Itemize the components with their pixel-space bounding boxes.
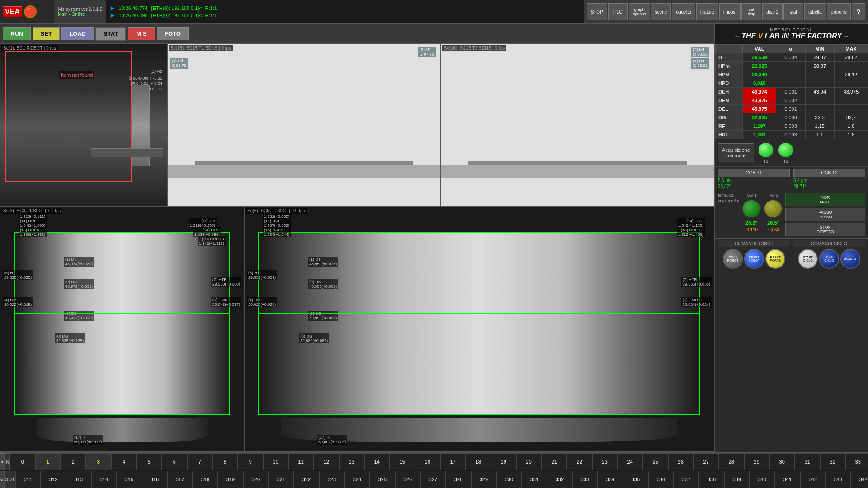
io-in-cell-25[interactable]: 25 [643, 453, 668, 470]
io-in-cell-18[interactable]: 18 [466, 453, 491, 470]
io-out-cell-5[interactable]: 316 [142, 471, 167, 488]
io-in-cell-31[interactable]: 31 [795, 453, 820, 470]
passo-passo-button[interactable]: PASSOPASSO [785, 208, 865, 221]
stop-button[interactable]: STOP [587, 3, 607, 20]
io-out-cell-19[interactable]: 330 [496, 471, 522, 488]
scene-button[interactable]: scene [651, 3, 671, 20]
io-out-cell-0[interactable]: 311 [15, 471, 41, 488]
io-in-cell-27[interactable]: 27 [693, 453, 719, 470]
tabella-button[interactable]: tabella [804, 3, 826, 20]
io-in-cell-7[interactable]: 7 [187, 453, 212, 470]
io-in-cell-1[interactable]: 1 [35, 453, 61, 470]
io-out-cell-18[interactable]: 329 [471, 471, 496, 488]
io-out-cell-32[interactable]: 343 [826, 471, 851, 488]
io-out-cell-24[interactable]: 335 [623, 471, 648, 488]
io-in-cell-23[interactable]: 23 [592, 453, 618, 470]
io-in-cell-30[interactable]: 30 [769, 453, 795, 470]
io-in-cell-14[interactable]: 14 [364, 453, 390, 470]
help-button[interactable]: ? [852, 3, 865, 20]
io-out-cell-11[interactable]: 322 [294, 471, 319, 488]
io-out-cell-23[interactable]: 334 [598, 471, 623, 488]
options-button[interactable]: options [827, 3, 851, 20]
io-out-cell-1[interactable]: 312 [41, 471, 66, 488]
stat-action-button[interactable]: STAT [95, 27, 126, 41]
set-button[interactable]: SET [33, 27, 60, 40]
load-button[interactable]: LOAD [61, 27, 94, 40]
io-out-cell-9[interactable]: 320 [243, 471, 269, 488]
io-out-cell-26[interactable]: 337 [674, 471, 699, 488]
io-out-cell-21[interactable]: 332 [547, 471, 572, 488]
avvia-robot-button[interactable]: AVVIAROBOT [723, 249, 743, 269]
avanza-button[interactable]: AVANZA [840, 249, 860, 269]
io-out-cell-28[interactable]: 339 [724, 471, 750, 488]
io-in-cell-11[interactable]: 11 [288, 453, 314, 470]
plc-button[interactable]: PLC [608, 3, 628, 20]
io-out-cell-10[interactable]: 321 [269, 471, 294, 488]
io-out-cell-27[interactable]: 338 [699, 471, 724, 488]
io-out-cell-29[interactable]: 340 [750, 471, 775, 488]
stop-difetto-button[interactable]: STOPDIFETTO [785, 223, 865, 236]
io-out-cell-12[interactable]: 323 [319, 471, 344, 488]
io-out-cell-7[interactable]: 318 [193, 471, 218, 488]
io-in-cell-15[interactable]: 15 [390, 453, 415, 470]
io-out-cell-16[interactable]: 327 [420, 471, 446, 488]
io-in-cell-9[interactable]: 9 [238, 453, 263, 470]
io-in-cell-29[interactable]: 29 [744, 453, 769, 470]
io-in-cell-8[interactable]: 8 [212, 453, 238, 470]
io-in-cell-3[interactable]: 3 [86, 453, 111, 470]
io-in-cell-6[interactable]: 6 [162, 453, 187, 470]
io-in-cell-5[interactable]: 5 [137, 453, 162, 470]
io-out-cell-6[interactable]: 317 [167, 471, 193, 488]
io-in-cell-26[interactable]: 26 [668, 453, 693, 470]
io-in-cell-12[interactable]: 12 [314, 453, 339, 470]
io-in-cell-2[interactable]: 2 [61, 453, 86, 470]
impost-button[interactable]: impost [719, 3, 741, 20]
io-scroll-left[interactable]: « [0, 453, 4, 470]
nor-male-button[interactable]: NORMALE [785, 193, 865, 206]
io-out-cell-3[interactable]: 314 [91, 471, 117, 488]
io-in-cell-10[interactable]: 10 [263, 453, 288, 470]
feature-button[interactable]: feature [696, 3, 718, 20]
cgb-t2-button[interactable]: CGB T2 [793, 169, 865, 177]
run-button[interactable]: RUN [3, 27, 31, 40]
oggetto-button[interactable]: oggetto [672, 3, 695, 20]
io-out-cell-4[interactable]: 315 [117, 471, 142, 488]
io-out-cell-14[interactable]: 325 [370, 471, 395, 488]
fine-ciclo-button[interactable]: FINECICLO [819, 249, 839, 269]
mis-button[interactable]: MIS [128, 27, 155, 40]
io-in-cell-17[interactable]: 17 [440, 453, 466, 470]
io-out-cell-20[interactable]: 331 [522, 471, 547, 488]
set-disp-button[interactable]: setdisp [741, 3, 761, 20]
io-in-cell-21[interactable]: 21 [542, 453, 567, 470]
io-in-cell-20[interactable]: 20 [516, 453, 542, 470]
io-in-cell-28[interactable]: 28 [719, 453, 744, 470]
io-in-cell-24[interactable]: 24 [618, 453, 643, 470]
disp2-button[interactable]: disp 2 [762, 3, 783, 20]
io-in-cell-13[interactable]: 13 [339, 453, 364, 470]
io-out-scroll-left[interactable]: « [0, 471, 4, 488]
io-out-cell-2[interactable]: 313 [66, 471, 91, 488]
io-in-cell-0[interactable]: 0 [10, 453, 35, 470]
reset-robot-button[interactable]: RESETROBOT [744, 249, 764, 269]
io-in-cell-19[interactable]: 19 [491, 453, 516, 470]
io-out-cell-25[interactable]: 336 [648, 471, 674, 488]
io-out-cell-17[interactable]: 328 [446, 471, 471, 488]
io-out-cell-15[interactable]: 326 [395, 471, 420, 488]
io-in-cell-16[interactable]: 16 [415, 453, 440, 470]
stat-button[interactable]: stat [783, 3, 803, 20]
io-out-cell-31[interactable]: 342 [800, 471, 826, 488]
reset-porte-button[interactable]: RESETPORTE [765, 249, 785, 269]
cgb-t1-button[interactable]: CGB T1 [718, 169, 790, 177]
io-out-cell-33[interactable]: 344 [851, 471, 868, 488]
start-ciclo-button[interactable]: STARTCICLO [798, 249, 818, 269]
io-in-cell-22[interactable]: 22 [567, 453, 592, 470]
io-out-cell-30[interactable]: 341 [775, 471, 800, 488]
io-out-cell-13[interactable]: 324 [344, 471, 370, 488]
io-in-cell-33[interactable]: 33 [845, 453, 868, 470]
io-out-cell-8[interactable]: 319 [218, 471, 243, 488]
io-in-cell-32[interactable]: 32 [820, 453, 845, 470]
io-out-cell-22[interactable]: 333 [572, 471, 598, 488]
graph-options-button[interactable]: graphoptions [629, 3, 650, 20]
foto-button[interactable]: FOTO [157, 27, 189, 40]
io-in-cell-4[interactable]: 4 [111, 453, 137, 470]
